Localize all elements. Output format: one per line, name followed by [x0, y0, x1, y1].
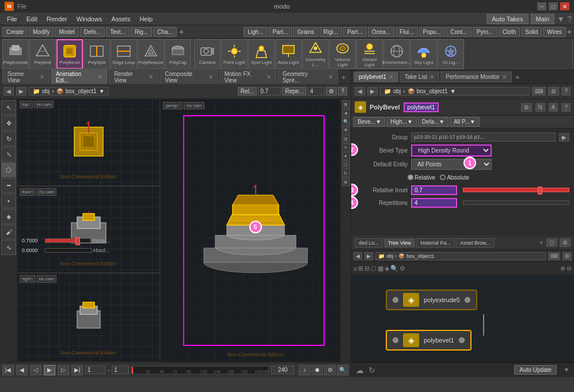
window-controls[interactable]: ─ □ ✕: [537, 2, 569, 10]
material-tool[interactable]: ◈: [1, 209, 16, 224]
persp-cam-selector[interactable]: no cam: [184, 102, 204, 109]
node-graph-add[interactable]: +: [539, 239, 543, 246]
radio-absolute[interactable]: Absolute: [440, 174, 469, 181]
tab-asset-brow[interactable]: Asset Brow...: [456, 238, 495, 248]
rel-button[interactable]: Rel...: [238, 87, 257, 96]
vp-tool-5[interactable]: ⊟: [342, 135, 350, 143]
tab-motion-fx-close[interactable]: ✕: [267, 74, 271, 80]
ng-tool-4[interactable]: ⬡: [371, 265, 377, 272]
vp-tool-8[interactable]: ⬡: [342, 161, 350, 169]
timeline-play-button[interactable]: ▶: [44, 365, 55, 375]
right-nav-forward[interactable]: ▶: [367, 87, 378, 96]
right-settings-icon[interactable]: ⚙: [548, 87, 559, 96]
vp-tool-2[interactable]: ◈: [342, 109, 350, 117]
tab-polybevel1[interactable]: polybevel1✕: [353, 71, 398, 82]
poly-select-tool[interactable]: ⬡: [1, 162, 16, 177]
part2-tab[interactable]: Part...: [343, 27, 367, 37]
point-light-button[interactable]: Point Light: [221, 39, 248, 69]
repe-input[interactable]: [307, 87, 325, 96]
main-button[interactable]: Main: [531, 14, 555, 24]
tab-perf-monitor[interactable]: Performance Monitor✕: [440, 71, 511, 82]
tab-render-view[interactable]: Render View✕: [109, 68, 158, 86]
nav-back-button[interactable]: ◀: [3, 87, 14, 96]
nav-forward-button[interactable]: ▶: [16, 87, 26, 96]
auto-update-button[interactable]: Auto Update: [514, 365, 557, 375]
polyextrude-button[interactable]: PolyExtrude: [2, 39, 29, 69]
gear-icon-props[interactable]: ⚙: [521, 103, 532, 112]
group-picker-button[interactable]: ▶: [559, 133, 569, 142]
bevel-type-dropdown[interactable]: High Density Round Low Density Round Fla…: [411, 144, 492, 157]
question-button[interactable]: ?: [561, 103, 571, 112]
tab-perf-monitor-close[interactable]: ✕: [502, 74, 507, 80]
tab-polybevel1-close[interactable]: ✕: [389, 74, 393, 80]
ng-tool-1[interactable]: ≡: [353, 265, 357, 272]
tab-geo-spread-close[interactable]: ✕: [328, 74, 333, 80]
ocean-tab[interactable]: Ocea...: [368, 27, 394, 37]
status-icon-2[interactable]: ↻: [368, 366, 375, 375]
polybevel-button[interactable]: PolyBevel: [56, 39, 83, 69]
default-entity-dropdown[interactable]: All Points Selected Points: [411, 159, 492, 170]
vp-tool-1[interactable]: ⊞: [342, 100, 350, 108]
repetitions-slider[interactable]: [463, 200, 569, 205]
relative-inset-thumb[interactable]: [538, 187, 542, 195]
polyreduce-button[interactable]: PolyReduce: [138, 39, 164, 69]
close-button[interactable]: ✕: [560, 2, 569, 10]
menu-file[interactable]: File: [2, 14, 22, 24]
ng-tool-5[interactable]: ▦: [378, 265, 383, 272]
ng-settings-button[interactable]: ⚙: [562, 252, 572, 260]
help-small-button[interactable]: ?: [338, 87, 347, 96]
volume-light-button[interactable]: Volume Light: [329, 39, 356, 69]
node-settings-button[interactable]: ⚙: [560, 238, 571, 247]
right-help-icon[interactable]: ?: [561, 87, 571, 96]
tab-animation-editor[interactable]: Animation Edi...✕: [51, 68, 108, 86]
spot-light-button[interactable]: Spot Light: [248, 39, 275, 69]
right-view-selector[interactable]: right↑: [20, 275, 36, 283]
node-graph-canvas[interactable]: ◈ polyextrude5 ◈ polybevel1 Non-Commerci…: [351, 275, 574, 362]
tab-motion-fx[interactable]: Motion FX View✕: [219, 68, 276, 86]
particle-tab[interactable]: Part...: [268, 27, 292, 37]
rigging-tab[interactable]: Rig...: [131, 27, 152, 37]
popu-tab[interactable]: Popu...: [419, 27, 446, 37]
tab-node-ded[interactable]: ded Lo...: [355, 238, 383, 248]
menu-assets[interactable]: Assets: [107, 14, 135, 24]
vp-tool-6[interactable]: ≡: [342, 143, 350, 151]
timeline-bar[interactable]: 1 24 48 72 96 120 144 168 192 216 240: [131, 366, 269, 374]
right-nav-back[interactable]: ◀: [355, 87, 365, 96]
deform-tab[interactable]: Defo...: [80, 27, 105, 37]
model-tab[interactable]: Model: [55, 27, 78, 37]
current-frame-input[interactable]: [85, 366, 105, 374]
area-light-button[interactable]: Area Light: [275, 39, 302, 69]
relative-inset-input[interactable]: [411, 185, 457, 195]
geometry-light-button[interactable]: Geometry L...: [302, 39, 329, 69]
rela-input[interactable]: [258, 87, 281, 96]
relative-inset-slider[interactable]: [463, 188, 569, 192]
ng-key-button[interactable]: ⌨: [548, 252, 560, 260]
grains-tab[interactable]: Grains: [293, 27, 318, 37]
polyknit-button[interactable]: PolyKnit: [29, 39, 56, 69]
vp-tool-10[interactable]: ⊕: [342, 178, 350, 186]
vp-tool-4[interactable]: 👁: [342, 126, 350, 134]
a-button[interactable]: A: [549, 103, 558, 112]
minimize-button[interactable]: ─: [537, 2, 546, 10]
ng-right-tool-1[interactable]: ⊕: [560, 265, 565, 272]
character-tab[interactable]: Cha...: [153, 27, 177, 37]
right-add-tab[interactable]: +: [513, 73, 522, 82]
cont-tab[interactable]: Cont...: [446, 27, 471, 37]
auto-takes-button[interactable]: Auto Takes: [486, 14, 528, 24]
timeline-next-button[interactable]: ▶|: [71, 365, 83, 375]
tab-scene-view-close[interactable]: ✕: [40, 74, 44, 80]
settings-icon[interactable]: ▼: [557, 14, 565, 24]
menu-windows[interactable]: Windows: [72, 14, 107, 24]
sky-light-button[interactable]: Sky Light: [410, 39, 437, 69]
create-tab[interactable]: Create: [2, 27, 28, 37]
pyro-tab[interactable]: Pyro...: [473, 27, 497, 37]
tab-take-list-close[interactable]: ✕: [429, 74, 434, 80]
scale-tool[interactable]: ⤡: [1, 147, 16, 162]
front-view-selector[interactable]: front↑: [20, 188, 36, 196]
sculpt-tool[interactable]: ∿: [1, 240, 16, 255]
top-view-selector[interactable]: top↑: [20, 101, 33, 108]
node-polybevel1[interactable]: ◈ polybevel1: [386, 330, 472, 351]
tab-animation-editor-close[interactable]: ✕: [98, 74, 102, 80]
tab-geo-spread[interactable]: Geometry Spre...✕: [278, 68, 338, 86]
tab-material-pa[interactable]: Material Pa...: [416, 238, 455, 248]
